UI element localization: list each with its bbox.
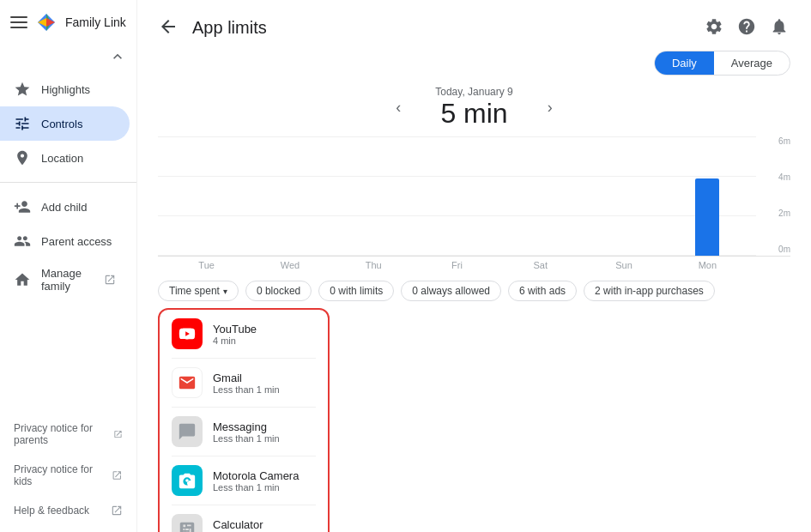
chip-label-with-ads: 6 with ads xyxy=(519,285,566,297)
date-area: ‹ Today, January 9 5 min › xyxy=(137,82,811,136)
chart-bars xyxy=(158,136,756,256)
sidebar-privacy-kids[interactable]: Privacy notice for kids xyxy=(0,455,136,496)
privacy-parents-label: Privacy notice for parents xyxy=(14,422,105,446)
x-label-tue: Tue xyxy=(165,260,248,270)
main-content: App limits Daily Average ‹ Today, Januar… xyxy=(137,0,811,532)
app-time-gmail: Less than 1 min xyxy=(213,384,280,395)
notification-button[interactable] xyxy=(765,12,794,44)
y-label-2m: 2m xyxy=(778,209,790,218)
sidebar-nav: Highlights Controls Location Add child P… xyxy=(0,69,136,407)
sidebar-item-manage-family-label: Manage family xyxy=(41,267,94,293)
menu-button[interactable] xyxy=(10,16,27,28)
chip-label-always-allowed: 0 always allowed xyxy=(412,285,490,297)
chip-blocked[interactable]: 0 blocked xyxy=(245,281,312,301)
date-label: Today, January 9 xyxy=(435,86,513,98)
sidebar-privacy-parents[interactable]: Privacy notice for parents xyxy=(0,414,136,455)
help-label: Help & feedback xyxy=(14,505,89,517)
sidebar: Family Link Highlights Controls Location… xyxy=(0,0,137,532)
x-label-mon: Mon xyxy=(666,260,749,270)
chart-area: 6m 4m 2m 0m TueWedThuFriSatSunMon xyxy=(137,136,811,274)
app-icon-youtube xyxy=(172,318,203,349)
app-item-motorola-camera[interactable]: Motorola CameraLess than 1 min xyxy=(160,456,328,505)
toggle-bar: Daily Average xyxy=(137,51,811,82)
average-toggle-button[interactable]: Average xyxy=(714,51,790,75)
app-info-youtube: YouTube4 min xyxy=(213,323,257,346)
next-date-button[interactable]: › xyxy=(541,95,560,120)
sidebar-item-manage-family[interactable]: Manage family xyxy=(0,258,130,301)
app-info-messaging: MessagingLess than 1 min xyxy=(213,420,280,444)
app-list-container: YouTube4 minGmailLess than 1 minMessagin… xyxy=(137,308,811,532)
app-item-gmail[interactable]: GmailLess than 1 min xyxy=(160,359,328,407)
app-time-youtube: 4 min xyxy=(213,336,257,346)
sidebar-header: Family Link xyxy=(0,0,136,45)
app-item-calculator[interactable]: Calculator0 min xyxy=(160,505,328,532)
y-label-0m: 0m xyxy=(778,245,790,254)
prev-date-button[interactable]: ‹ xyxy=(389,95,408,120)
chart-container: 6m 4m 2m 0m xyxy=(158,136,790,257)
app-icon-motorola-camera xyxy=(172,465,203,496)
x-label-sun: Sun xyxy=(582,260,665,270)
x-label-wed: Wed xyxy=(248,260,331,270)
app-time-motorola-camera: Less than 1 min xyxy=(213,482,299,493)
chip-label-in-app-purchases: 2 with in-app purchases xyxy=(595,285,704,297)
back-button[interactable] xyxy=(154,13,182,43)
app-name-motorola-camera: Motorola Camera xyxy=(213,469,299,482)
y-label-4m: 4m xyxy=(778,172,790,182)
sidebar-help[interactable]: Help & feedback xyxy=(0,496,136,525)
app-item-messaging[interactable]: MessagingLess than 1 min xyxy=(160,408,328,456)
sidebar-item-add-child[interactable]: Add child xyxy=(0,190,130,224)
sidebar-item-controls-label: Controls xyxy=(41,118,82,130)
sidebar-item-controls[interactable]: Controls xyxy=(0,106,130,141)
people-icon xyxy=(14,233,31,250)
privacy-kids-label: Privacy notice for kids xyxy=(14,463,103,487)
y-label-6m: 6m xyxy=(778,136,790,146)
sidebar-item-location[interactable]: Location xyxy=(0,141,130,175)
app-info-calculator: Calculator0 min xyxy=(213,518,263,533)
chip-with-limits[interactable]: 0 with limits xyxy=(318,281,394,301)
x-label-thu: Thu xyxy=(332,260,415,270)
bar-mon xyxy=(695,178,719,256)
settings-button[interactable] xyxy=(699,12,729,44)
chart-bar-mon xyxy=(666,178,749,256)
app-info-gmail: GmailLess than 1 min xyxy=(213,372,280,395)
chip-label-time-spent: Time spent xyxy=(169,285,220,297)
back-arrow-icon xyxy=(158,16,179,37)
app-icon-calculator xyxy=(172,514,203,532)
collapse-button[interactable] xyxy=(0,45,136,69)
sidebar-item-parent-access-label: Parent access xyxy=(41,235,112,248)
sidebar-item-parent-access[interactable]: Parent access xyxy=(0,224,130,258)
app-name-gmail: Gmail xyxy=(213,372,280,384)
help-button[interactable] xyxy=(732,12,761,44)
daily-toggle-button[interactable]: Daily xyxy=(655,51,714,75)
external-link-icon-2 xyxy=(112,469,123,481)
app-name-messaging: Messaging xyxy=(213,420,280,433)
chip-time-spent[interactable]: Time spent▾ xyxy=(158,281,239,301)
x-label-fri: Fri xyxy=(415,260,499,270)
chip-arrow-time-spent: ▾ xyxy=(223,287,227,296)
app-name-calculator: Calculator xyxy=(213,518,263,531)
sidebar-divider xyxy=(0,182,136,183)
date-value: 5 min xyxy=(435,98,513,130)
sidebar-item-add-child-label: Add child xyxy=(41,201,87,214)
app-item-youtube[interactable]: YouTube4 min xyxy=(160,310,328,358)
sidebar-item-highlights[interactable]: Highlights xyxy=(0,72,130,106)
location-icon xyxy=(14,149,31,166)
chip-always-allowed[interactable]: 0 always allowed xyxy=(401,281,501,301)
app-icon-messaging xyxy=(172,416,203,447)
chart-x-labels: TueWedThuFriSatSunMon xyxy=(158,257,756,270)
chip-label-with-limits: 0 with limits xyxy=(330,285,383,297)
notification-icon xyxy=(770,17,789,36)
sidebar-footer: Privacy notice for parents Privacy notic… xyxy=(0,407,136,532)
chip-in-app-purchases[interactable]: 2 with in-app purchases xyxy=(584,281,715,301)
x-label-sat: Sat xyxy=(499,260,582,270)
app-name-youtube: YouTube xyxy=(213,323,257,336)
app-info-motorola-camera: Motorola CameraLess than 1 min xyxy=(213,469,299,493)
chip-with-ads[interactable]: 6 with ads xyxy=(508,281,577,301)
topbar-actions xyxy=(699,12,794,44)
date-info: Today, January 9 5 min xyxy=(435,86,513,130)
star-icon xyxy=(14,81,31,98)
external-link-icon-3 xyxy=(111,505,123,517)
help-icon xyxy=(737,17,756,36)
sidebar-item-location-label: Location xyxy=(41,152,83,165)
sidebar-item-highlights-label: Highlights xyxy=(41,83,90,96)
